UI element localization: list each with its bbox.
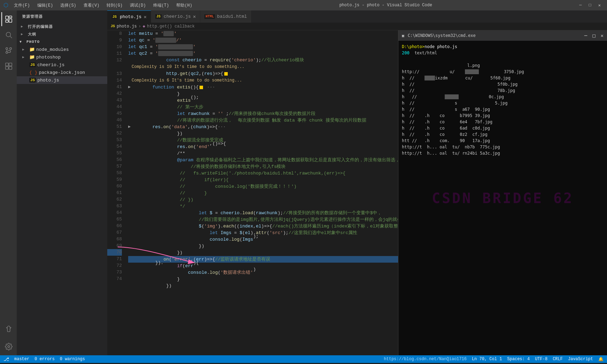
terminal-controls[interactable]: ─ □ ✕ bbox=[584, 33, 604, 38]
status-line[interactable]: Ln 70, Col 1 bbox=[472, 357, 502, 362]
tab-baidu-html[interactable]: HTML baidu1.html bbox=[200, 10, 251, 23]
terminal-watermark: CSDN BRIDGE 62 bbox=[432, 195, 574, 201]
window-title: photo.js - photo - Visual Studio Code bbox=[195, 3, 576, 8]
open-editors-label: 打开的编辑器 bbox=[28, 24, 53, 29]
breadcrumb-file[interactable]: photo.js bbox=[117, 24, 137, 29]
menu-view[interactable]: 查看(V) bbox=[81, 2, 102, 9]
menu-terminal[interactable]: 终端(T) bbox=[150, 2, 172, 9]
menu-goto[interactable]: 转到(G) bbox=[104, 2, 125, 9]
sidebar-item-package-lock[interactable]: ▶ { } package-lock.json bbox=[17, 69, 107, 76]
term-line-blank bbox=[402, 56, 604, 62]
tab-close-photo-js[interactable]: ✕ bbox=[143, 14, 146, 20]
svg-rect-3 bbox=[6, 20, 8, 22]
sidebar-item-node-modules[interactable]: ▶ 📁 node_modules bbox=[17, 46, 107, 53]
tab-baidu-label: baidu1.html bbox=[217, 14, 247, 19]
folder-icon-nm: 📁 bbox=[29, 47, 35, 52]
breadcrumb: JS photo.js › ◈ http.get() callback bbox=[107, 23, 607, 30]
term-line-4: h // 5f0b.jpg bbox=[402, 81, 604, 87]
sidebar-item-outline[interactable]: ▶ 大纲 bbox=[17, 30, 107, 38]
term-line-1: 200 text/html bbox=[402, 50, 604, 56]
activity-search[interactable] bbox=[1, 28, 15, 42]
json-icon: { } bbox=[29, 70, 37, 75]
tab-close-cheerio[interactable]: ✕ bbox=[193, 14, 196, 20]
terminal-maximize[interactable]: □ bbox=[592, 33, 595, 38]
activity-debug[interactable] bbox=[1, 322, 15, 336]
menu-file[interactable]: 文件(F) bbox=[11, 2, 33, 9]
breadcrumb-js-icon: JS bbox=[111, 24, 115, 28]
term-line-11: h // .h co 6ad c0d.jpg bbox=[402, 125, 604, 131]
terminal-title-bar: ▣ C:\WINDOWS\system32\cmd.exe ─ □ ✕ bbox=[398, 30, 607, 41]
terminal-close[interactable]: ✕ bbox=[601, 33, 604, 38]
term-line-9: h // .h co b7995 39.jpg bbox=[402, 113, 604, 119]
terminal-content[interactable]: CSDN BRIDGE 62 D:\photo>node photo.js 20… bbox=[398, 41, 607, 355]
activity-git[interactable] bbox=[1, 44, 15, 57]
folder-arrow: ▼ bbox=[20, 40, 25, 44]
tab-photo-js-label: photo.js bbox=[120, 14, 141, 20]
tab-js-icon2: JS bbox=[155, 14, 162, 19]
svg-point-6 bbox=[6, 52, 8, 54]
folder-icon-ps: 📁 bbox=[29, 54, 35, 60]
title-bar: ⬡ 文件(F) 编辑(E) 选择(S) 查看(V) 转到(G) 调试(D) 终端… bbox=[0, 0, 607, 10]
folder-arrow-nm: ▶ bbox=[22, 47, 28, 52]
close-button[interactable]: ✕ bbox=[596, 3, 604, 8]
activity-explorer[interactable] bbox=[1, 12, 15, 26]
term-line-13: htt // .h com. 90 17a.jpg bbox=[402, 138, 604, 144]
term-line-7: h // s 5.jpg bbox=[402, 100, 604, 106]
sidebar-item-photo-js[interactable]: ▶ JS photo.js bbox=[17, 76, 107, 84]
tab-html-icon: HTML bbox=[204, 14, 215, 19]
svg-point-13 bbox=[8, 346, 10, 348]
code-editor: 8 9 10 11 12 13 14 41 42 43 44 45 46 51 … bbox=[107, 30, 607, 355]
status-bar: ⎇ master 0 errors 0 warnings https://blo… bbox=[0, 355, 607, 363]
menu-help[interactable]: 帮助(H) bbox=[173, 2, 195, 9]
term-line-0: D:\photo>node photo.js bbox=[402, 44, 604, 50]
activity-settings[interactable] bbox=[1, 340, 15, 354]
js-badge-photo: JS bbox=[29, 78, 36, 83]
tab-cheerio-label: cheerio.js bbox=[164, 14, 191, 19]
term-line-6: h // 0c.jpg bbox=[402, 94, 604, 100]
menu-select[interactable]: 选择(S) bbox=[57, 2, 79, 9]
tab-photo-js[interactable]: JS photo.js ✕ bbox=[107, 10, 151, 23]
term-line-5: h // 78b.jpg bbox=[402, 87, 604, 94]
breadcrumb-sep: › bbox=[139, 24, 141, 29]
status-warnings[interactable]: 0 warnings bbox=[60, 357, 85, 362]
svg-rect-9 bbox=[6, 63, 8, 66]
svg-point-8 bbox=[6, 48, 8, 50]
status-url: https://blog.csdn.net/NanQiao1716 bbox=[384, 357, 467, 362]
svg-rect-0 bbox=[6, 16, 8, 19]
maximize-button[interactable]: □ bbox=[586, 3, 594, 8]
term-line-10: h // .h co 6e4 7bf.jpg bbox=[402, 119, 604, 125]
window-controls[interactable]: ─ □ ✕ bbox=[576, 3, 604, 8]
terminal-minimize[interactable]: ─ bbox=[584, 33, 587, 38]
terminal-title-text: C:\WINDOWS\system32\cmd.exe bbox=[408, 33, 476, 38]
sidebar-header: 资源管理器 bbox=[17, 10, 107, 23]
breadcrumb-context-icon: ◈ bbox=[143, 24, 145, 29]
photo-folder-label: PHOTO bbox=[26, 40, 40, 44]
activity-bar bbox=[0, 10, 17, 355]
status-spaces[interactable]: Spaces: 4 bbox=[507, 357, 530, 362]
term-line-14: http://t h... oal tu/ nb7b 775c.jpg bbox=[402, 144, 604, 150]
photoshop-label: photoshop bbox=[36, 55, 61, 60]
sidebar-item-cheerio[interactable]: ▶ JS cheerio.js bbox=[17, 61, 107, 69]
term-line-2: http:// u/ 3750.jpg bbox=[402, 69, 604, 75]
package-lock-label: package-lock.json bbox=[39, 70, 85, 75]
sidebar-item-open-editors[interactable]: ▶ 打开的编辑器 bbox=[17, 23, 107, 30]
sidebar-item-photo-folder[interactable]: ▼ PHOTO bbox=[17, 38, 107, 46]
activity-extensions[interactable] bbox=[1, 59, 15, 73]
menu-edit[interactable]: 编辑(E) bbox=[34, 2, 56, 9]
status-language[interactable]: JavaScript bbox=[568, 357, 593, 362]
svg-rect-2 bbox=[9, 19, 12, 22]
breadcrumb-context: http.get() callback bbox=[147, 24, 195, 29]
status-encoding[interactable]: UTF-8 bbox=[535, 357, 547, 362]
menu-debug[interactable]: 调试(D) bbox=[127, 2, 149, 9]
arrow-icon: ▶ bbox=[21, 24, 26, 29]
minimize-button[interactable]: ─ bbox=[576, 3, 584, 8]
term-line-12: h // .h co 0z2 cf.jpg bbox=[402, 131, 604, 138]
folder-arrow-ps: ▶ bbox=[22, 55, 28, 59]
tab-cheerio-js[interactable]: JS cheerio.js ✕ bbox=[151, 10, 200, 23]
tab-js-icon: JS bbox=[111, 15, 118, 19]
sidebar-item-photoshop[interactable]: ▶ 📁 photoshop bbox=[17, 53, 107, 61]
status-branch[interactable]: master bbox=[14, 357, 29, 362]
status-errors[interactable]: 0 errors bbox=[34, 357, 55, 362]
status-line-ending[interactable]: CRLF bbox=[553, 357, 563, 362]
sidebar: 资源管理器 ▶ 打开的编辑器 ▶ 大纲 ▼ PHOTO ▶ 📁 node_mod… bbox=[17, 10, 107, 355]
